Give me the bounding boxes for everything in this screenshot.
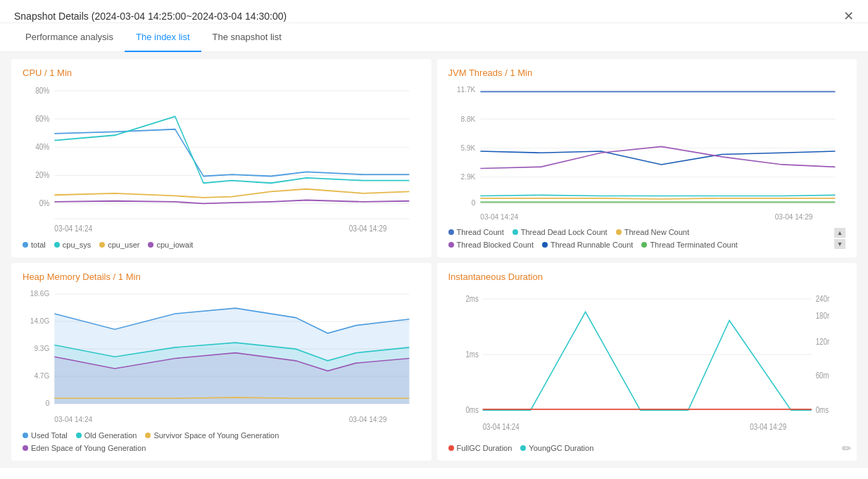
svg-text:03-04  14:29: 03-04 14:29 bbox=[349, 224, 387, 234]
cpu-chart-area: 80% 60% 40% 20% 0% 03-04 14:24 03-04 14:… bbox=[23, 82, 420, 236]
svg-text:03-04  14:24: 03-04 14:24 bbox=[480, 212, 518, 221]
svg-text:120r: 120r bbox=[815, 336, 829, 345]
legend-cpu-sys: cpu_sys bbox=[54, 241, 91, 249]
tab-snapshot[interactable]: The snapshot list bbox=[201, 23, 293, 52]
svg-text:180r: 180r bbox=[815, 311, 829, 320]
jvm-chart-area: 11.7K 8.8K 5.9K 2.9K 0 03-04 14:24 03-04… bbox=[448, 82, 846, 224]
svg-text:1ms: 1ms bbox=[465, 349, 479, 358]
svg-text:9.3G: 9.3G bbox=[34, 343, 49, 352]
legend-used-total: Used Total bbox=[23, 431, 68, 440]
jvm-chart-title: JVM Threads / 1 Min bbox=[448, 68, 846, 78]
svg-text:0%: 0% bbox=[39, 198, 50, 207]
legend-younggc: YoungGC Duration bbox=[520, 444, 593, 452]
legend-thread-count: Thread Count bbox=[448, 228, 504, 236]
tab-performance[interactable]: Performance analysis bbox=[14, 23, 125, 52]
legend-total: total bbox=[23, 241, 46, 249]
svg-text:03-04  14:24: 03-04 14:24 bbox=[54, 224, 92, 234]
legend-scroll-arrows[interactable]: ▲ ▼ bbox=[834, 228, 845, 249]
heap-legend-row2: Eden Space of Young Generation bbox=[23, 444, 420, 452]
legend-cpu-iowait: cpu_iowait bbox=[148, 241, 193, 249]
svg-text:5.9K: 5.9K bbox=[460, 143, 475, 152]
instantaneous-chart-area: 2ms 1ms 0ms 240r 180r 120r 60m 0ms 03-04… bbox=[448, 286, 846, 440]
content-grid: CPU / 1 Min 80% 60% 40% 20% 0% 03-04 14:… bbox=[0, 52, 868, 468]
legend-survivor-space: Survivor Space of Young Generation bbox=[145, 431, 279, 440]
legend-cpu-user: cpu_user bbox=[99, 241, 139, 249]
svg-text:20%: 20% bbox=[35, 170, 49, 179]
legend-old-gen: Old Generation bbox=[76, 431, 137, 440]
scroll-down-arrow[interactable]: ▼ bbox=[834, 239, 845, 249]
legend-thread-new: Thread New Count bbox=[616, 228, 689, 236]
heap-chart-svg: 18.6G 14.0G 9.3G 4.7G 0 03-04 14:24 03-0… bbox=[23, 286, 420, 428]
legend-eden-space: Eden Space of Young Generation bbox=[23, 444, 146, 452]
heap-legend-row1: Used Total Old Generation Survivor Space… bbox=[23, 431, 420, 440]
svg-text:40%: 40% bbox=[35, 142, 49, 151]
jvm-chart-panel: JVM Threads / 1 Min 11.7K 8.8K 5.9K 2.9K… bbox=[437, 59, 857, 257]
header-title: Snapshot Details (2024-03-04 14:25:00~20… bbox=[14, 11, 287, 22]
heap-chart-area: 18.6G 14.0G 9.3G 4.7G 0 03-04 14:24 03-0… bbox=[23, 286, 420, 428]
instantaneous-chart-panel: Instantaneous Duration 2ms 1ms 0ms 240r … bbox=[437, 263, 857, 461]
cpu-chart-svg: 80% 60% 40% 20% 0% 03-04 14:24 03-04 14:… bbox=[23, 82, 420, 236]
svg-text:03-04  14:29: 03-04 14:29 bbox=[774, 212, 812, 221]
jvm-legend-wrap: Thread Count Thread Dead Lock Count Thre… bbox=[448, 224, 846, 249]
scroll-up-arrow[interactable]: ▲ bbox=[834, 228, 845, 238]
svg-text:03-04  14:29: 03-04 14:29 bbox=[750, 421, 786, 430]
close-button[interactable]: ✕ bbox=[843, 10, 854, 23]
svg-text:0: 0 bbox=[471, 198, 475, 207]
svg-text:03-04  14:24: 03-04 14:24 bbox=[54, 414, 92, 423]
svg-text:60m: 60m bbox=[815, 371, 829, 380]
legend-thread-blocked: Thread Blocked Count bbox=[448, 241, 534, 249]
cpu-chart-panel: CPU / 1 Min 80% 60% 40% 20% 0% 03-04 14:… bbox=[11, 59, 432, 257]
jvm-chart-svg: 11.7K 8.8K 5.9K 2.9K 0 03-04 14:24 03-04… bbox=[448, 82, 846, 224]
legend-thread-deadlock: Thread Dead Lock Count bbox=[512, 228, 608, 236]
legend-thread-terminated: Thread Terminated Count bbox=[641, 241, 738, 249]
cpu-chart-title: CPU / 1 Min bbox=[23, 68, 420, 78]
instantaneous-chart-svg: 2ms 1ms 0ms 240r 180r 120r 60m 0ms 03-04… bbox=[448, 286, 846, 440]
svg-text:8.8K: 8.8K bbox=[460, 114, 475, 123]
svg-text:2ms: 2ms bbox=[465, 293, 479, 302]
svg-text:18.6G: 18.6G bbox=[30, 288, 49, 298]
svg-text:4.7G: 4.7G bbox=[34, 371, 49, 380]
legend-fullgc: FullGC Duration bbox=[448, 444, 512, 452]
header: Snapshot Details (2024-03-04 14:25:00~20… bbox=[0, 0, 868, 23]
svg-text:11.7K: 11.7K bbox=[456, 85, 474, 94]
svg-text:60%: 60% bbox=[35, 114, 49, 123]
svg-text:0ms: 0ms bbox=[815, 404, 829, 414]
svg-text:2.9K: 2.9K bbox=[460, 172, 475, 181]
heap-chart-title: Heap Memory Details / 1 Min bbox=[23, 272, 420, 282]
legend-thread-runnable: Thread Runnable Count bbox=[542, 241, 633, 249]
svg-text:0: 0 bbox=[46, 398, 50, 407]
jvm-legend-row2: Thread Blocked Count Thread Runnable Cou… bbox=[448, 241, 829, 249]
svg-text:14.0G: 14.0G bbox=[30, 316, 49, 325]
instantaneous-legend: FullGC Duration YoungGC Duration bbox=[448, 444, 846, 452]
svg-text:240r: 240r bbox=[815, 293, 829, 302]
jvm-legend-row1: Thread Count Thread Dead Lock Count Thre… bbox=[448, 228, 829, 236]
edit-icon[interactable]: ✏ bbox=[842, 442, 851, 455]
instantaneous-chart-title: Instantaneous Duration bbox=[448, 272, 846, 282]
cpu-legend: total cpu_sys cpu_user cpu_iowait bbox=[23, 241, 420, 249]
tab-index[interactable]: The index list bbox=[125, 23, 201, 52]
svg-text:0ms: 0ms bbox=[465, 404, 479, 414]
svg-text:03-04  14:29: 03-04 14:29 bbox=[349, 414, 387, 423]
heap-chart-panel: Heap Memory Details / 1 Min 18.6G 14.0G … bbox=[11, 263, 432, 461]
svg-text:03-04  14:24: 03-04 14:24 bbox=[482, 421, 519, 430]
svg-text:80%: 80% bbox=[35, 86, 49, 95]
tab-bar: Performance analysis The index list The … bbox=[0, 23, 868, 52]
